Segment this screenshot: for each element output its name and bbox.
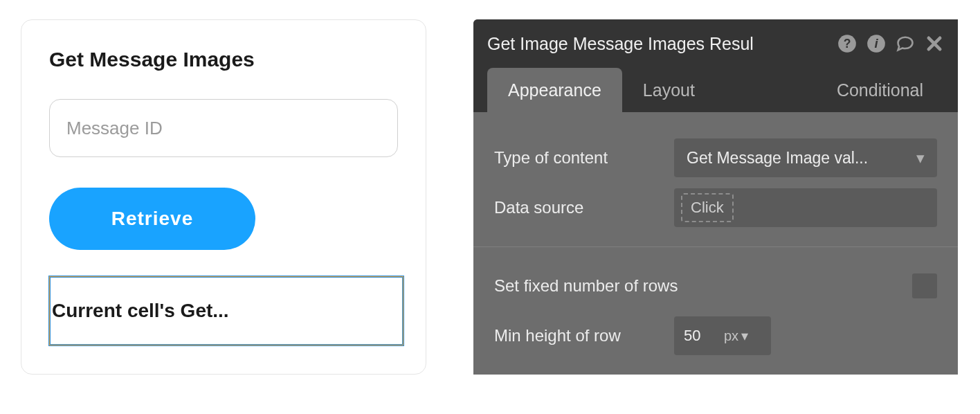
tab-layout[interactable]: Layout xyxy=(622,68,716,112)
current-cell-text: Current cell's Get... xyxy=(51,300,229,322)
prop-row-type-of-content: Type of content Get Message Image val...… xyxy=(494,133,937,183)
data-source-field[interactable]: Click xyxy=(674,188,937,227)
chevron-down-icon: ▾ xyxy=(916,149,925,168)
prop-row-min-height: Min height of row px ▾ xyxy=(494,311,937,361)
property-editor-panel: Get Image Message Images Resul ? i Appea… xyxy=(473,19,958,375)
min-height-input-wrap: px ▾ xyxy=(674,316,771,355)
prop-label-type-of-content: Type of content xyxy=(494,148,660,168)
panel-body: Type of content Get Message Image val...… xyxy=(473,112,958,375)
min-height-unit: px xyxy=(724,328,738,344)
prop-label-min-height: Min height of row xyxy=(494,326,660,345)
prop-row-fixed-rows: Set fixed number of rows xyxy=(494,261,937,311)
data-source-click[interactable]: Click xyxy=(681,193,734,222)
prop-label-data-source: Data source xyxy=(494,198,660,217)
left-card: Get Message Images Retrieve Current cell… xyxy=(21,19,426,375)
card-title: Get Message Images xyxy=(49,48,398,71)
panel-title: Get Image Message Images Resul xyxy=(487,34,828,54)
type-of-content-dropdown[interactable]: Get Message Image val... ▾ xyxy=(674,138,937,177)
retrieve-button[interactable]: Retrieve xyxy=(49,188,255,250)
min-height-input[interactable] xyxy=(684,327,717,345)
message-id-input[interactable] xyxy=(49,99,398,157)
min-height-unit-dropdown[interactable]: px ▾ xyxy=(724,327,748,344)
close-icon[interactable] xyxy=(925,34,944,53)
divider xyxy=(473,246,958,247)
tabs: Appearance Layout Conditional xyxy=(473,68,958,112)
tab-appearance[interactable]: Appearance xyxy=(487,68,622,112)
chevron-down-icon: ▾ xyxy=(741,327,748,344)
info-icon[interactable]: i xyxy=(866,34,886,53)
type-of-content-value: Get Message Image val... xyxy=(687,149,909,168)
help-icon[interactable]: ? xyxy=(837,34,857,53)
svg-text:?: ? xyxy=(844,37,851,51)
prop-label-fixed-rows: Set fixed number of rows xyxy=(494,276,898,296)
prop-row-data-source: Data source Click xyxy=(494,183,937,233)
svg-text:i: i xyxy=(874,36,878,51)
panel-header: Get Image Message Images Resul ? i xyxy=(473,19,958,68)
tab-conditional[interactable]: Conditional xyxy=(816,68,944,112)
comment-icon[interactable] xyxy=(896,34,915,53)
fixed-rows-checkbox[interactable] xyxy=(912,273,937,298)
repeating-group-element[interactable]: Current cell's Get... xyxy=(49,276,403,345)
